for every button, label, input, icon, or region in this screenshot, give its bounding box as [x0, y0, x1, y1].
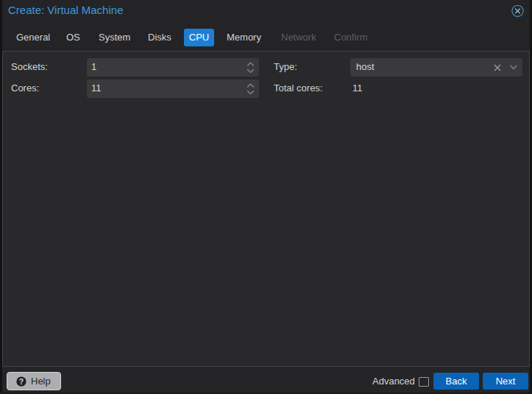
svg-text:?: ? — [19, 376, 24, 385]
